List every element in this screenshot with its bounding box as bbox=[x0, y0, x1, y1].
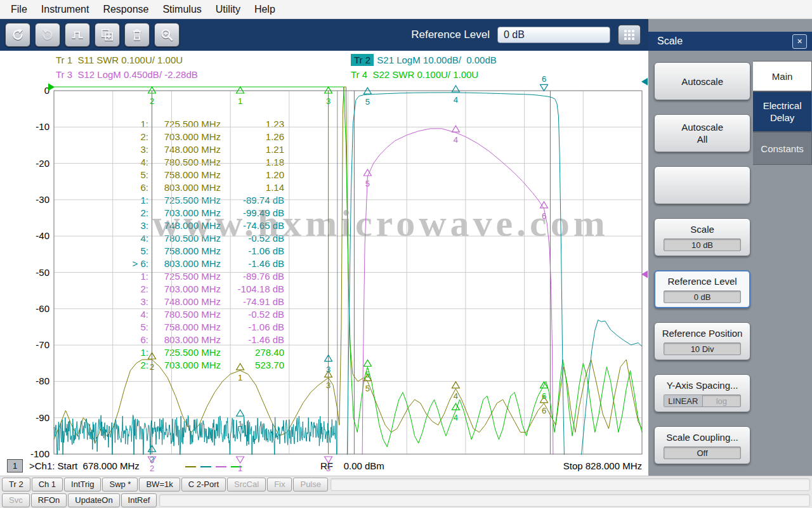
panel-button-reference-level-label: Reference Level bbox=[667, 275, 737, 287]
toolbar: Reference Level 0 dB bbox=[0, 19, 648, 51]
svg-text:-70: -70 bbox=[36, 339, 49, 350]
panel-button-autoscale[interactable]: Autoscale bbox=[654, 62, 750, 100]
status-srccal[interactable]: SrcCal bbox=[227, 478, 266, 492]
svg-text:-20: -20 bbox=[36, 158, 49, 169]
reference-level-area: Reference Level 0 dB bbox=[411, 25, 643, 45]
svg-text:3: 3 bbox=[326, 96, 331, 106]
menu-item-instrument[interactable]: Instrument bbox=[34, 1, 96, 18]
trace-tr3-s12-logm bbox=[357, 129, 556, 476]
add-channel-button[interactable] bbox=[95, 23, 120, 47]
svg-text:-100: -100 bbox=[30, 448, 49, 459]
redo-button[interactable] bbox=[35, 23, 60, 47]
svg-text:1: 1 bbox=[238, 464, 242, 473]
panel-button-scale-coupling-label: Scale Coupling... bbox=[666, 431, 738, 443]
panel-button-scale-label: Scale bbox=[690, 223, 714, 235]
scale-tabs: MainElectrical DelayConstants bbox=[753, 61, 812, 476]
vna-application-window: FileInstrumentResponseStimulusUtilityHel… bbox=[0, 0, 812, 508]
status-fix[interactable]: Fix bbox=[267, 478, 292, 492]
panel-button-scale[interactable]: Scale10 dB bbox=[654, 218, 750, 256]
panel-button-autoscale-all[interactable]: Autoscale All bbox=[654, 114, 750, 152]
svg-text:3: 3 bbox=[326, 464, 331, 473]
status-filler bbox=[331, 478, 810, 491]
panel-button-reference-position-value: 10 Div bbox=[664, 342, 741, 355]
panel-button-autoscale-all-label: Autoscale All bbox=[681, 121, 723, 145]
zoom-icon bbox=[159, 27, 174, 42]
svg-text:-30: -30 bbox=[36, 194, 49, 205]
panel-button-y-axis-spacing[interactable]: Y-Axis Spacing...LINEARlog bbox=[654, 374, 750, 412]
status-bw-1k[interactable]: BW=1k bbox=[139, 478, 180, 492]
status-intref[interactable]: IntRef bbox=[121, 493, 157, 507]
svg-text:2: 2 bbox=[150, 96, 154, 106]
chart-plot[interactable]: 0-10-20-30-40-50-60-70-80-90-10012345612… bbox=[0, 51, 648, 476]
pulse-setup-button[interactable] bbox=[65, 23, 90, 47]
status-filler bbox=[159, 494, 810, 507]
undo-icon bbox=[10, 27, 25, 42]
svg-text:1: 1 bbox=[238, 419, 242, 429]
svg-text:-50: -50 bbox=[36, 267, 49, 278]
panel-button-reference-position[interactable]: Reference Position10 Div bbox=[654, 322, 750, 360]
reference-position-indicator[interactable] bbox=[48, 83, 55, 91]
statusbar: Tr 2Ch 1IntTrigSwp *BW=1kC 2-PortSrcCalF… bbox=[0, 476, 812, 508]
svg-text:2: 2 bbox=[150, 464, 154, 473]
svg-text:-40: -40 bbox=[36, 230, 49, 241]
panel-button-scale-coupling-value: Off bbox=[664, 446, 741, 459]
status-inttrig[interactable]: IntTrig bbox=[64, 478, 101, 492]
chart-area: Tr 1 S11 SWR 0.100U/ 1.00UTr 2 S21 LogM … bbox=[0, 51, 648, 476]
toolbar-icons bbox=[5, 23, 180, 47]
reference-level-input[interactable]: 0 dB bbox=[497, 27, 610, 43]
status-c-2-port[interactable]: C 2-Port bbox=[181, 478, 226, 492]
scale-panel-body: AutoscaleAutoscale AllScale10 dBReferenc… bbox=[648, 51, 812, 476]
tab-electrical-delay[interactable]: Electrical Delay bbox=[753, 91, 812, 132]
status-ch-1[interactable]: Ch 1 bbox=[32, 478, 63, 492]
panel-button-reference-position-label: Reference Position bbox=[662, 327, 743, 339]
status-rfon[interactable]: RFOn bbox=[31, 493, 67, 507]
menubar: FileInstrumentResponseStimulusUtilityHel… bbox=[0, 0, 812, 19]
svg-text:6: 6 bbox=[542, 74, 546, 84]
toggle-option-log[interactable]: log bbox=[703, 395, 741, 407]
svg-text:-80: -80 bbox=[36, 375, 49, 386]
svg-text:5: 5 bbox=[365, 384, 370, 393]
redo-icon bbox=[40, 27, 55, 42]
panel-button-reference-level[interactable]: Reference Level0 dB bbox=[654, 270, 750, 308]
numeric-keypad-icon bbox=[624, 29, 635, 41]
menu-item-response[interactable]: Response bbox=[96, 1, 155, 18]
svg-text:1: 1 bbox=[238, 96, 242, 106]
close-button[interactable]: × bbox=[792, 34, 807, 49]
menu-item-stimulus[interactable]: Stimulus bbox=[155, 1, 208, 18]
status-tr-2[interactable]: Tr 2 bbox=[2, 478, 30, 492]
status-svc[interactable]: Svc bbox=[2, 493, 30, 507]
svg-text:6: 6 bbox=[542, 211, 546, 221]
svg-text:-90: -90 bbox=[36, 412, 49, 423]
svg-text:5: 5 bbox=[365, 370, 370, 379]
toggle-option-linear[interactable]: LINEAR bbox=[664, 395, 703, 407]
tab-constants[interactable]: Constants bbox=[753, 132, 812, 165]
svg-text:4: 4 bbox=[454, 391, 458, 401]
y-axis-spacing-toggle[interactable]: LINEARlog bbox=[664, 394, 741, 407]
reference-position-indicator[interactable] bbox=[641, 78, 648, 86]
svg-text:1: 1 bbox=[238, 373, 242, 382]
statusbar-row-1: Tr 2Ch 1IntTrigSwp *BW=1kC 2-PortSrcCalF… bbox=[0, 476, 812, 492]
panel-button-blank[interactable] bbox=[654, 166, 750, 204]
svg-text:5: 5 bbox=[365, 97, 370, 107]
tab-main[interactable]: Main bbox=[753, 61, 812, 91]
add-channel-icon bbox=[100, 27, 115, 42]
panel-button-autoscale-label: Autoscale bbox=[681, 75, 723, 88]
delete-icon bbox=[129, 27, 145, 42]
scale-panel-top: Scale × bbox=[648, 19, 812, 51]
panel-button-scale-value: 10 dB bbox=[664, 238, 741, 251]
scale-panel-title: Scale bbox=[657, 36, 792, 47]
keypad-button[interactable] bbox=[618, 25, 641, 45]
delete-button[interactable] bbox=[124, 23, 150, 47]
undo-button[interactable] bbox=[5, 23, 30, 47]
menu-item-help[interactable]: Help bbox=[247, 1, 282, 18]
panel-button-scale-coupling[interactable]: Scale Coupling...Off bbox=[654, 426, 750, 464]
status-updateon[interactable]: UpdateOn bbox=[68, 493, 119, 507]
scale-panel-header: Scale × bbox=[648, 32, 812, 51]
zoom-button[interactable] bbox=[154, 23, 180, 47]
statusbar-row-2: SvcRFOnUpdateOnIntRef bbox=[0, 492, 812, 508]
menu-item-file[interactable]: File bbox=[4, 1, 34, 18]
menu-item-utility[interactable]: Utility bbox=[209, 1, 247, 18]
panel-button-y-axis-spacing-label: Y-Axis Spacing... bbox=[667, 379, 738, 391]
status-pulse[interactable]: Pulse bbox=[293, 478, 328, 492]
status-swp-[interactable]: Swp * bbox=[102, 478, 138, 492]
